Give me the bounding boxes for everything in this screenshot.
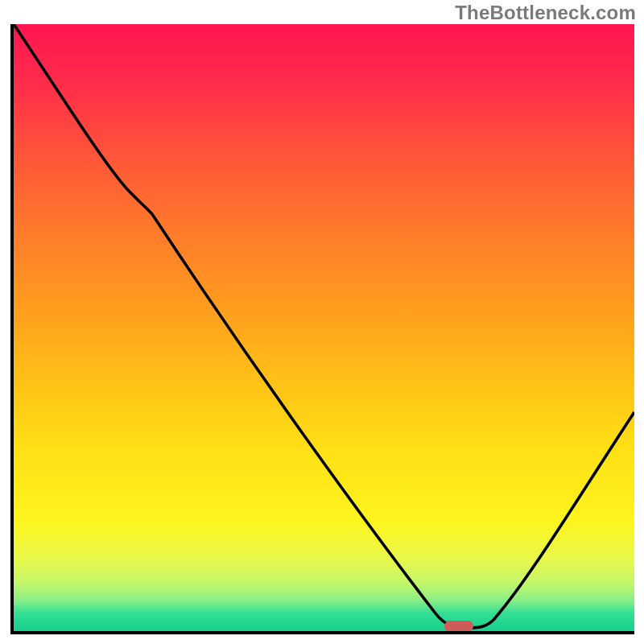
- plot-area: [10, 24, 634, 634]
- main-curve: [14, 24, 634, 628]
- chart-container: TheBottleneck.com: [0, 0, 644, 644]
- curve-svg: [14, 24, 634, 631]
- watermark-label: TheBottleneck.com: [455, 2, 636, 24]
- marker-pill: [444, 621, 473, 632]
